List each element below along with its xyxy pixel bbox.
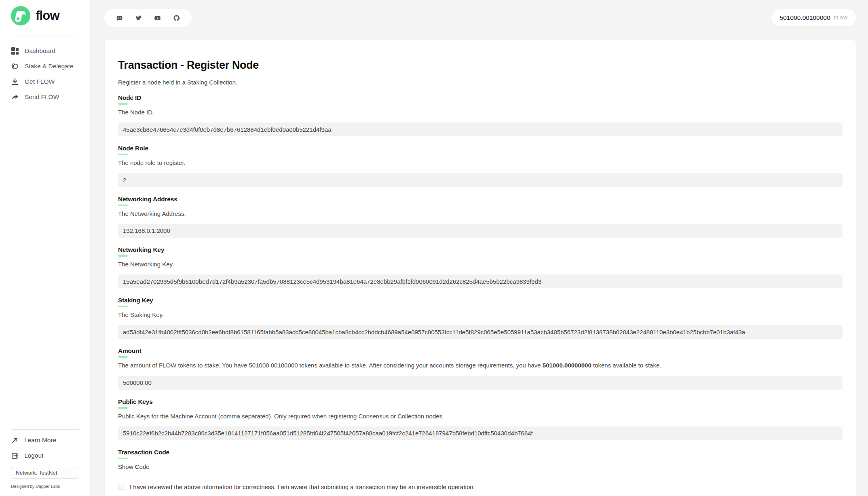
dashboard-grid-icon <box>11 47 19 55</box>
label-underline <box>118 356 128 358</box>
networking-key-input[interactable] <box>118 274 843 288</box>
sidebar-divider-top <box>11 36 79 36</box>
stake-circles-icon <box>11 62 19 70</box>
external-link-icon <box>11 437 19 444</box>
field-amount: Amount The amount of FLOW tokens to stak… <box>118 347 843 389</box>
sidebar-item-stake-delegate[interactable]: Stake & Delegate <box>11 61 79 71</box>
networking-address-input[interactable] <box>118 224 843 238</box>
account-balance-pill: 501000.00100000 FLOW <box>771 9 856 26</box>
confirm-checkbox[interactable] <box>118 484 124 490</box>
label-underline <box>118 407 128 409</box>
balance-amount: 501000.00100000 <box>780 14 830 21</box>
field-label: Staking Key <box>118 297 843 304</box>
send-arrow-icon <box>11 93 19 101</box>
sidebar-nav: Dashboard Stake & Delegate <box>11 46 79 108</box>
flow-logo[interactable]: flow <box>11 6 79 25</box>
flow-logo-icon <box>11 6 30 25</box>
app-root: flow Dashboard <box>0 0 868 496</box>
node-id-input[interactable] <box>118 122 843 136</box>
show-code-link[interactable]: Show Code <box>118 463 150 470</box>
label-underline <box>118 154 128 155</box>
download-icon <box>11 78 19 86</box>
sidebar-footer: Learn More Logout Network: TestNet Desig… <box>11 419 79 489</box>
learn-more-link[interactable]: Learn More <box>11 435 79 445</box>
label-underline <box>118 255 128 257</box>
field-label: Networking Address <box>118 196 843 203</box>
sidebar-item-label: Get FLOW <box>25 78 55 85</box>
balance-currency: FLOW <box>834 15 848 20</box>
sidebar: flow Dashboard <box>0 0 91 496</box>
field-node-id: Node ID The Node ID. <box>118 94 843 136</box>
amount-desc-post: tokens available to stake. <box>591 362 661 369</box>
node-role-input[interactable] <box>118 173 843 187</box>
social-links-pill <box>104 9 192 27</box>
field-staking-key: Staking Key The Staking Key. <box>118 297 843 339</box>
label-underline <box>118 103 128 105</box>
label-underline <box>118 458 128 459</box>
flow-wordmark: flow <box>36 8 59 23</box>
amount-available-bold: 501000.00000000 <box>543 362 591 369</box>
discord-icon[interactable] <box>116 15 123 21</box>
logout-icon <box>11 452 19 460</box>
amount-input[interactable] <box>118 376 843 390</box>
field-node-role: Node Role The node role to register. <box>118 145 843 187</box>
confirm-label: I have reviewed the above information fo… <box>130 483 475 490</box>
field-transaction-code: Transaction Code Show Code <box>118 449 843 470</box>
field-description: The Node ID. <box>118 108 843 116</box>
field-description: The Networking Address. <box>118 210 843 218</box>
field-description: The node role to register. <box>118 159 843 167</box>
youtube-icon[interactable] <box>154 15 161 21</box>
page-subtitle: Register a node held in a Staking Collec… <box>118 79 843 86</box>
field-description: The Networking Key. <box>118 260 843 268</box>
network-badge: Network: TestNet <box>11 467 79 479</box>
confirm-row: I have reviewed the above information fo… <box>118 483 843 490</box>
logout-label: Logout <box>24 452 43 459</box>
page-title: Transaction - Register Node <box>118 59 843 72</box>
field-label: Transaction Code <box>118 449 843 456</box>
field-description: The amount of FLOW tokens to stake. You … <box>118 361 843 369</box>
field-label: Node Role <box>118 145 843 152</box>
staking-key-input[interactable] <box>118 325 843 339</box>
twitter-icon[interactable] <box>135 15 142 21</box>
credit-text: Designed by Dapper Labs <box>11 484 79 489</box>
sidebar-item-label: Stake & Delegate <box>25 63 74 70</box>
field-label: Public Keys <box>118 398 843 405</box>
field-label: Networking Key <box>118 246 843 253</box>
sidebar-item-dashboard[interactable]: Dashboard <box>11 46 79 56</box>
sidebar-item-send-flow[interactable]: Send FLOW <box>11 92 79 102</box>
logout-button[interactable]: Logout <box>11 451 79 460</box>
field-networking-address: Networking Address The Networking Addres… <box>118 196 843 238</box>
main-area: 501000.00100000 FLOW Transaction - Regis… <box>91 0 868 496</box>
field-label: Node ID <box>118 94 843 101</box>
sidebar-item-get-flow[interactable]: Get FLOW <box>11 77 79 87</box>
sidebar-divider-bottom <box>11 429 79 430</box>
field-description: Public Keys for the Machine Account (com… <box>118 412 843 420</box>
learn-more-label: Learn More <box>24 437 56 444</box>
field-label: Amount <box>118 347 843 355</box>
field-description: The Staking Key. <box>118 311 843 319</box>
label-underline <box>118 205 128 206</box>
github-icon[interactable] <box>173 15 180 21</box>
sidebar-item-label: Dashboard <box>25 47 55 55</box>
sidebar-item-label: Send FLOW <box>25 93 59 101</box>
topbar: 501000.00100000 FLOW <box>104 9 856 27</box>
transaction-card: Transaction - Register Node Register a n… <box>104 39 856 496</box>
public-keys-input[interactable] <box>118 426 843 440</box>
field-public-keys: Public Keys Public Keys for the Machine … <box>118 398 843 440</box>
field-networking-key: Networking Key The Networking Key. <box>118 246 843 288</box>
amount-desc-pre: The amount of FLOW tokens to stake. You … <box>118 362 543 369</box>
label-underline <box>118 306 128 307</box>
